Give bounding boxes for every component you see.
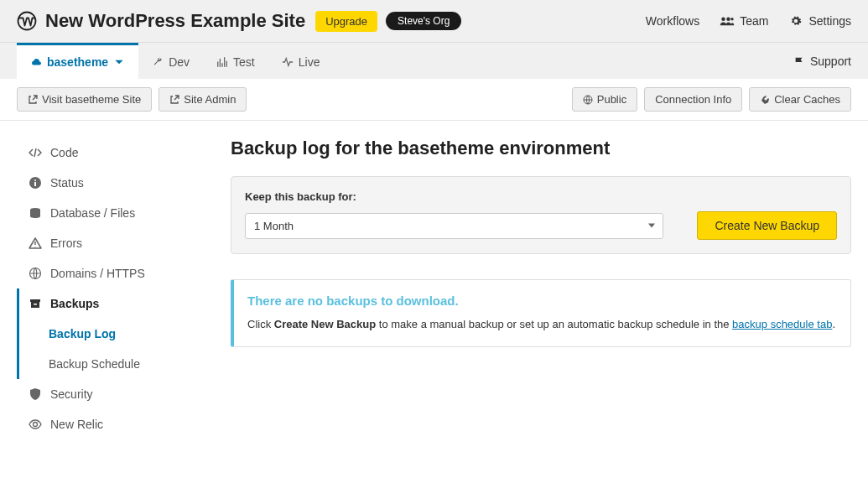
support-link[interactable]: Support	[780, 44, 851, 78]
wrench-icon	[152, 56, 164, 68]
chevron-down-icon	[113, 56, 125, 68]
shield-icon	[29, 387, 42, 401]
keep-duration-select-wrap: 1 Month	[245, 213, 663, 239]
wordpress-logo-icon	[17, 11, 37, 31]
team-icon	[720, 15, 735, 27]
sidebar-item-domains-https[interactable]: Domains / HTTPS	[17, 258, 205, 288]
clear-caches-button[interactable]: Clear Caches	[749, 87, 851, 112]
workflows-label: Workflows	[646, 14, 699, 28]
sidebar-newrelic-label: New Relic	[50, 418, 103, 431]
notice-title: There are no backups to download.	[247, 294, 837, 308]
backup-config-box: Keep this backup for: 1 Month Create New…	[231, 176, 851, 254]
heartbeat-icon	[282, 56, 294, 68]
tab-test-label: Test	[233, 55, 255, 69]
create-backup-button[interactable]: Create New Backup	[697, 211, 837, 240]
cloud-icon	[30, 56, 42, 68]
notice-body: Click Create New Backup to make a manual…	[247, 316, 837, 333]
body-content: Code Status Database / Files Errors Doma…	[0, 121, 868, 456]
alert-icon	[29, 236, 42, 250]
team-label: Team	[740, 14, 768, 28]
sidebar-errors-label: Errors	[50, 236, 82, 250]
sidebar-subitem-backup-log[interactable]: Backup Log	[42, 319, 205, 349]
support-label: Support	[810, 55, 851, 68]
sidebar-item-backups[interactable]: Backups	[17, 288, 205, 319]
settings-link[interactable]: Settings	[788, 14, 851, 28]
svg-point-13	[34, 423, 38, 427]
notice-text-bold: Create New Backup	[274, 318, 376, 330]
code-icon	[29, 146, 42, 159]
broom-icon	[760, 95, 770, 105]
notice-text-mid: to make a manual backup or set up an aut…	[376, 318, 732, 330]
gear-icon	[788, 15, 803, 27]
tab-dev-label: Dev	[169, 55, 190, 69]
site-admin-button[interactable]: Site Admin	[159, 87, 247, 112]
tab-basetheme-label: basetheme	[47, 55, 108, 69]
keep-backup-label: Keep this backup for:	[245, 190, 837, 203]
sidebar-item-status[interactable]: Status	[17, 168, 205, 198]
sidebar-item-database-files[interactable]: Database / Files	[17, 198, 205, 228]
sidebar-status-label: Status	[50, 176, 84, 190]
sidebar-domains-label: Domains / HTTPS	[50, 267, 145, 280]
upgrade-button[interactable]: Upgrade	[315, 11, 377, 32]
tab-dev[interactable]: Dev	[138, 43, 203, 79]
empty-backups-notice: There are no backups to download. Click …	[231, 279, 851, 347]
sidebar-security-label: Security	[50, 387, 93, 401]
visit-site-button[interactable]: Visit basetheme Site	[17, 87, 152, 112]
globe-icon	[29, 267, 42, 280]
main-content: Backup log for the basetheme environment…	[205, 138, 851, 439]
visit-site-label: Visit basetheme Site	[42, 93, 141, 106]
tab-live[interactable]: Live	[268, 43, 334, 79]
sidebar-item-code[interactable]: Code	[17, 138, 205, 168]
sidebar: Code Status Database / Files Errors Doma…	[17, 138, 205, 439]
globe-icon	[583, 95, 593, 105]
sidebar-item-errors[interactable]: Errors	[17, 228, 205, 258]
site-admin-label: Site Admin	[184, 93, 236, 106]
connection-info-button[interactable]: Connection Info	[644, 87, 742, 112]
tab-basetheme[interactable]: basetheme	[17, 43, 138, 79]
clear-caches-label: Clear Caches	[774, 93, 840, 106]
site-title: New WordPress Example Site	[45, 10, 305, 32]
svg-rect-10	[30, 299, 40, 302]
public-label: Public	[597, 93, 626, 106]
database-icon	[29, 206, 42, 220]
sidebar-code-label: Code	[50, 146, 78, 159]
flag-icon	[793, 55, 805, 67]
svg-rect-6	[34, 182, 36, 186]
external-link-icon	[28, 95, 38, 105]
svg-point-0	[18, 13, 36, 30]
app-header: New WordPress Example Site Upgrade Steve…	[0, 0, 868, 43]
org-pill[interactable]: Steve's Org	[386, 12, 461, 30]
svg-point-7	[34, 179, 36, 181]
pulse-icon	[216, 56, 228, 68]
keep-duration-select[interactable]: 1 Month	[245, 213, 663, 239]
sidebar-backups-label: Backups	[50, 297, 99, 310]
sidebar-sub-items: Backup Log Backup Schedule	[17, 319, 205, 379]
backup-schedule-link[interactable]: backup schedule tab	[732, 318, 832, 330]
public-button[interactable]: Public	[572, 87, 637, 112]
sidebar-database-label: Database / Files	[50, 206, 135, 220]
sidebar-item-new-relic[interactable]: New Relic	[17, 409, 205, 439]
page-title: Backup log for the basetheme environment	[231, 138, 851, 159]
action-bar: Visit basetheme Site Site Admin Public C…	[0, 79, 868, 121]
notice-text-suffix: .	[832, 318, 835, 330]
team-link[interactable]: Team	[720, 14, 768, 28]
svg-rect-12	[34, 304, 37, 305]
workflows-link[interactable]: Workflows	[646, 14, 699, 28]
svg-point-1	[721, 18, 725, 22]
sidebar-subitem-backup-schedule[interactable]: Backup Schedule	[42, 349, 205, 379]
external-link-icon	[169, 95, 179, 105]
sidebar-item-security[interactable]: Security	[17, 379, 205, 409]
env-tabs-bar: basetheme Dev Test Live Support	[0, 43, 868, 79]
info-icon	[29, 176, 42, 190]
notice-text-prefix: Click	[247, 318, 274, 330]
archive-icon	[29, 297, 42, 310]
svg-point-3	[730, 18, 733, 20]
eye-icon	[29, 418, 42, 431]
svg-point-2	[726, 18, 730, 22]
settings-label: Settings	[808, 14, 851, 28]
tab-test[interactable]: Test	[203, 43, 268, 79]
tab-live-label: Live	[299, 55, 320, 69]
